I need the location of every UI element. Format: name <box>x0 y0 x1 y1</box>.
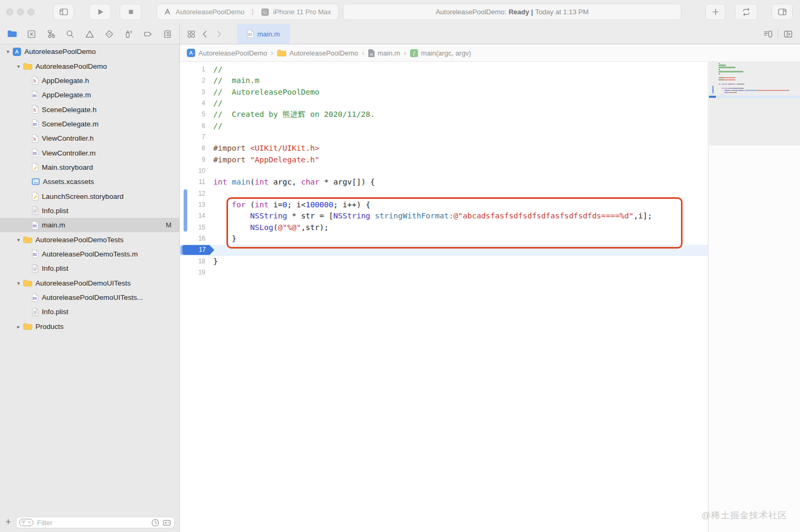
line-number[interactable]: 4 <box>180 98 205 109</box>
library-add-button[interactable] <box>705 4 725 20</box>
find-navigator-icon[interactable] <box>64 27 77 40</box>
code-line[interactable]: 12 <box>180 188 708 199</box>
file-row[interactable]: mAppDelegate.m <box>0 88 180 102</box>
add-file-icon[interactable]: + <box>5 517 11 527</box>
code-line[interactable]: 4// <box>180 98 708 109</box>
source-control-icon[interactable] <box>25 27 38 40</box>
source-editor[interactable]: 1//2// main.m3// AutoreleasePoolDemo4//5… <box>180 62 708 532</box>
file-row[interactable]: Assets.xcassets <box>0 175 180 189</box>
disclosure-expanded-icon[interactable]: ▾ <box>14 237 23 243</box>
file-row[interactable]: mAutoreleasePoolDemoTests.m <box>0 247 180 261</box>
file-row[interactable]: ▾AutoreleasePoolDemo <box>0 44 180 59</box>
file-row[interactable]: hAppDelegate.h <box>0 74 180 88</box>
traffic-lights <box>6 8 34 15</box>
disclosure-expanded-icon[interactable]: ▾ <box>3 49 13 54</box>
code-line[interactable]: 19 <box>180 267 708 278</box>
breadcrumb-item[interactable]: mmain.m <box>368 49 401 57</box>
line-number[interactable]: 19 <box>180 267 205 278</box>
file-row[interactable]: ▾AutoreleasePoolDemoTests <box>0 232 180 246</box>
file-row[interactable]: Info.plist <box>0 204 180 218</box>
toggle-inspectors-button[interactable] <box>771 4 793 20</box>
file-row[interactable]: hViewController.h <box>0 131 180 145</box>
back-button[interactable] <box>198 24 212 44</box>
breadcrumb-item[interactable]: AutoreleasePoolDemo <box>277 49 358 57</box>
test-navigator-icon[interactable] <box>103 27 115 40</box>
scheme-selector[interactable]: AutoreleasePoolDemo ⟩ iPhone 11 Pro Max <box>157 4 339 20</box>
stop-button[interactable] <box>120 4 142 20</box>
toggle-navigator-button[interactable] <box>53 4 74 20</box>
line-number[interactable]: 6 <box>180 121 205 132</box>
code-line[interactable]: 3// AutoreleasePoolDemo <box>180 87 708 98</box>
code-line[interactable]: 7 <box>180 132 708 143</box>
file-row[interactable]: hSceneDelegate.h <box>0 102 180 116</box>
file-row[interactable]: mmain.mM <box>0 218 180 232</box>
close-window-button[interactable] <box>6 8 13 15</box>
breadcrumb-item[interactable]: AutoreleasePoolDemo <box>187 49 267 57</box>
report-navigator-icon[interactable] <box>161 27 174 40</box>
line-number[interactable]: 7 <box>180 132 205 143</box>
file-label: Info.plist <box>42 308 68 316</box>
filter-input[interactable] <box>36 518 148 527</box>
breakpoint-badge[interactable]: 17 <box>183 245 214 255</box>
editor-minimap[interactable] <box>708 62 800 532</box>
forward-button[interactable] <box>212 24 225 44</box>
code-line[interactable] <box>180 245 708 256</box>
file-row[interactable]: ▸Products <box>0 319 180 334</box>
scm-filter-icon[interactable] <box>162 518 171 527</box>
code-line[interactable]: 8#import <UIKit/UIKit.h> <box>180 143 708 154</box>
file-row[interactable]: ▾AutoreleasePoolDemoUITests <box>0 276 180 290</box>
tab-main-m[interactable]: m main.m <box>237 24 290 44</box>
line-number[interactable]: 3 <box>180 87 205 98</box>
file-row[interactable]: mAutoreleasePoolDemoUITests... <box>0 290 180 305</box>
code-line[interactable]: 6// <box>180 121 708 132</box>
line-number[interactable]: 5 <box>180 109 205 120</box>
code-line[interactable]: 2// main.m <box>180 75 708 86</box>
minimap-line <box>719 73 720 74</box>
file-row[interactable]: Main.storyboard <box>0 160 180 175</box>
editor-options-icon[interactable] <box>763 30 772 39</box>
code-line[interactable]: 14 NSString * str = [NSString stringWith… <box>180 210 708 222</box>
code-line[interactable]: 11int main(int argc, char * argv[]) { <box>180 177 708 188</box>
breakpoint-navigator-icon[interactable] <box>141 27 154 40</box>
file-row[interactable]: mViewController.m <box>0 145 180 160</box>
add-editor-icon[interactable] <box>784 30 793 39</box>
filter-field[interactable] <box>16 517 175 528</box>
code-line[interactable]: 16 } <box>180 233 708 244</box>
disclosure-expanded-icon[interactable]: ▾ <box>14 63 23 69</box>
symbol-navigator-icon[interactable] <box>44 27 57 40</box>
recent-files-icon[interactable] <box>151 518 160 527</box>
issue-navigator-icon[interactable] <box>84 27 96 40</box>
code-review-button[interactable] <box>735 4 758 20</box>
file-row[interactable]: mSceneDelegate.m <box>0 117 180 131</box>
code-line[interactable]: 18} <box>180 256 708 267</box>
debug-navigator-icon[interactable] <box>122 27 135 40</box>
related-items-icon[interactable] <box>184 24 198 44</box>
minimap-line <box>722 94 722 95</box>
line-number[interactable]: 2 <box>180 75 205 86</box>
line-number[interactable]: 9 <box>180 154 205 166</box>
zoom-window-button[interactable] <box>28 8 34 15</box>
disclosure-expanded-icon[interactable]: ▾ <box>14 280 23 286</box>
line-number[interactable]: 10 <box>180 166 205 177</box>
minimize-window-button[interactable] <box>17 8 24 15</box>
breadcrumb-item[interactable]: fmain(argc, argv) <box>410 49 471 57</box>
run-button[interactable] <box>89 4 111 20</box>
line-number[interactable]: 11 <box>180 177 205 188</box>
breadcrumb-label: AutoreleasePoolDemo <box>289 49 358 57</box>
code-line[interactable]: 5// Created by 熊进辉 on 2020/11/28. <box>180 109 708 120</box>
line-number[interactable]: 1 <box>180 64 205 75</box>
file-row[interactable]: Info.plist <box>0 305 180 319</box>
line-number[interactable]: 8 <box>180 143 205 154</box>
code-line[interactable]: 13 for (int i=0; i<100000; i++) { <box>180 199 708 210</box>
disclosure-collapsed-icon[interactable]: ▸ <box>14 324 23 329</box>
code-line[interactable]: 15 NSLog(@"%@",str); <box>180 222 708 233</box>
code-line[interactable]: 1// <box>180 64 708 75</box>
code-line[interactable]: 10 <box>180 166 708 177</box>
project-navigator-icon[interactable] <box>6 27 19 40</box>
file-row[interactable]: LaunchScreen.storyboard <box>0 189 180 203</box>
file-row[interactable]: ▾AutoreleasePoolDemo <box>0 59 180 73</box>
line-number[interactable]: 18 <box>180 256 205 267</box>
code-line[interactable]: 9#import "AppDelegate.h" <box>180 154 708 166</box>
file-row[interactable]: Info.plist <box>0 261 180 276</box>
line-number[interactable]: 16 <box>180 233 205 244</box>
